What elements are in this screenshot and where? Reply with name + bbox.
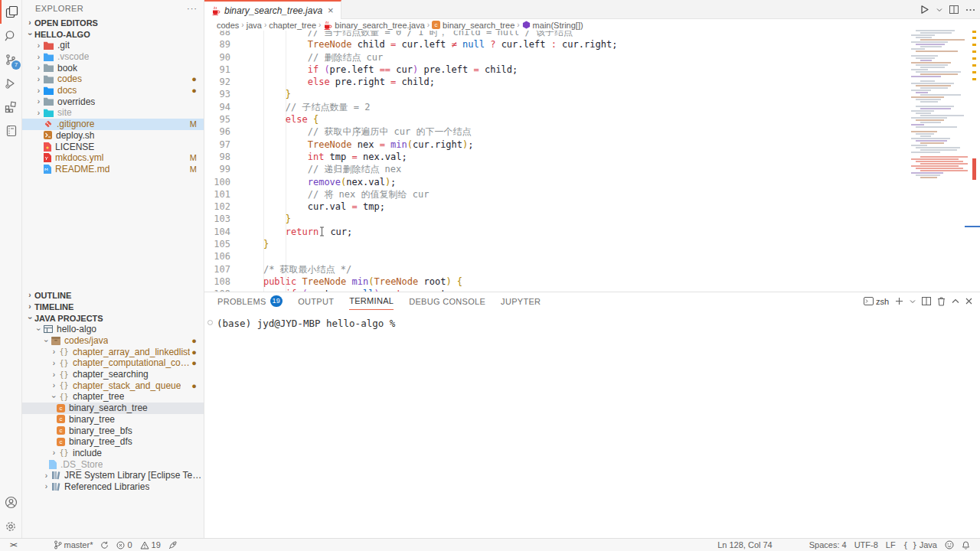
file-tree-item-site[interactable]: ›site bbox=[22, 107, 204, 119]
panel-tab-output[interactable]: OUTPUT bbox=[298, 292, 334, 310]
file-tree-item-deploy.sh[interactable]: deploy.sh bbox=[22, 130, 204, 142]
section-header-open-editors[interactable]: ›OPEN EDITORS bbox=[22, 17, 204, 28]
file-tree-item-.gitignore[interactable]: .gitignoreM bbox=[22, 119, 204, 130]
activity-bar-item-source-control[interactable]: 7 bbox=[0, 47, 21, 71]
code-line-101[interactable]: 101 // 将 nex 的值复制给 cur bbox=[204, 188, 910, 201]
section-header-timeline[interactable]: ›TIMELINE bbox=[22, 301, 204, 312]
split-editor-button[interactable] bbox=[949, 5, 959, 14]
section-header-java-projects[interactable]: ›JAVA PROJECTS bbox=[22, 312, 204, 324]
activity-bar-item-run-debug[interactable] bbox=[0, 71, 21, 95]
panel-tab-problems[interactable]: PROBLEMS19 bbox=[217, 292, 283, 310]
file-tree-item-codes[interactable]: ›codes● bbox=[22, 73, 204, 85]
code-line-90[interactable]: 90 // 删除结点 cur bbox=[204, 51, 910, 64]
code-line-98[interactable]: 98 int tmp = nex.val; bbox=[204, 151, 910, 163]
java-project-item-codes_java[interactable]: ›codes/java● bbox=[22, 335, 204, 347]
breadcrumb-item-main_String_[interactable]: main(String[]) bbox=[522, 21, 583, 30]
status-java-mode[interactable] bbox=[165, 539, 181, 551]
tab-close-icon[interactable]: × bbox=[328, 5, 334, 16]
java-project-item-chapter_array_and_linkedlist[interactable]: ›{}chapter_array_and_linkedlist● bbox=[22, 346, 204, 357]
file-tree-item-overrides[interactable]: ›overrides bbox=[22, 96, 204, 107]
java-project-item-chapter_tree[interactable]: ›{}chapter_tree bbox=[22, 391, 204, 403]
code-line-92[interactable]: 92 else pre.right = child; bbox=[204, 76, 910, 88]
java-project-item-binary_search_tree[interactable]: cbinary_search_tree bbox=[22, 403, 204, 414]
java-project-item-.DS_Store[interactable]: .DS_Store bbox=[22, 458, 204, 470]
java-project-item-binary_tree_dfs[interactable]: cbinary_tree_dfs bbox=[22, 436, 204, 448]
status-encoding[interactable]: UTF-8 bbox=[851, 539, 882, 551]
status-warnings[interactable]: 19 bbox=[136, 539, 165, 551]
editor-tab-binary_search_tree.java[interactable]: binary_search_tree.java× bbox=[204, 0, 341, 19]
java-project-item-JRE_System_Library_Eclipse_Temurin_17_17...[interactable]: ›JRE System Library [Eclipse Temurin 17 … bbox=[22, 470, 204, 481]
code-line-91[interactable]: 91 if (pre.left == cur) pre.left = child… bbox=[204, 64, 910, 76]
section-header-hello-algo[interactable]: ›HELLO-ALGO bbox=[22, 28, 204, 40]
views-and-more-actions-button[interactable]: ··· bbox=[187, 4, 198, 13]
terminal-launch-dropdown[interactable] bbox=[910, 299, 916, 304]
breadcrumb-item-java[interactable]: java bbox=[247, 21, 262, 30]
breadcrumb-item-binary_search_tree[interactable]: cbinary_search_tree bbox=[432, 21, 514, 30]
activity-bar-item-settings[interactable] bbox=[0, 514, 21, 538]
file-tree-item-book[interactable]: ›book bbox=[22, 62, 204, 73]
status-notifications[interactable] bbox=[958, 539, 974, 551]
code-line-105[interactable]: 105 } bbox=[204, 238, 910, 250]
file-tree-item-mkdocs.yml[interactable]: mkdocs.ymlM bbox=[22, 152, 204, 164]
code-line-89[interactable]: 89 TreeNode child = cur.left ≠ null ? cu… bbox=[204, 38, 910, 51]
status-feedback[interactable] bbox=[941, 539, 958, 551]
activity-bar-item-search[interactable] bbox=[0, 24, 21, 47]
activity-bar-item-accounts[interactable] bbox=[0, 491, 21, 514]
code-line-100[interactable]: 100 remove(nex.val); bbox=[204, 176, 910, 188]
breadcrumb-item-chapter_tree[interactable]: chapter_tree bbox=[269, 21, 316, 30]
java-project-item-binary_tree_bfs[interactable]: cbinary_tree_bfs bbox=[22, 425, 204, 436]
status-cursor-position[interactable]: Ln 128, Col 74 bbox=[714, 539, 776, 551]
breadcrumb-item-codes[interactable]: codes bbox=[217, 21, 239, 30]
java-project-item-hello-algo[interactable]: ›hello-algo bbox=[22, 324, 204, 335]
code-line-104[interactable]: 104 return cur; bbox=[204, 226, 910, 238]
java-project-item-chapter_computational_complexity[interactable]: ›{}chapter_computational_complexity● bbox=[22, 357, 204, 369]
activity-bar-item-notebook[interactable] bbox=[0, 119, 21, 142]
code-line-102[interactable]: 102 cur.val = tmp; bbox=[204, 201, 910, 213]
file-tree-item-LICENSE[interactable]: LICENSE bbox=[22, 141, 204, 152]
code-line-108[interactable]: 108 public TreeNode min(TreeNode root) { bbox=[204, 276, 910, 288]
code-line-88[interactable]: 88 // 当子结点数量 = 0 / 1 时， child = null / 该… bbox=[204, 31, 910, 38]
new-terminal-button[interactable] bbox=[895, 297, 903, 305]
activity-bar-item-extensions[interactable] bbox=[0, 95, 21, 119]
breadcrumb-item-binary_search_tree.java[interactable]: binary_search_tree.java bbox=[323, 21, 424, 30]
java-project-item-chapter_searching[interactable]: ›{}chapter_searching bbox=[22, 369, 204, 380]
more-actions-button[interactable] bbox=[965, 8, 975, 11]
terminal-profile[interactable]: zsh bbox=[864, 297, 889, 306]
code-line-96[interactable]: 96 // 获取中序遍历中 cur 的下一个结点 bbox=[204, 126, 910, 138]
code-line-106[interactable]: 106 bbox=[204, 250, 910, 262]
code-line-94[interactable]: 94 // 子结点数量 = 2 bbox=[204, 101, 910, 113]
status-indentation[interactable]: Spaces: 4 bbox=[805, 539, 851, 551]
code-line-93[interactable]: 93 } bbox=[204, 88, 910, 100]
overview-ruler[interactable] bbox=[969, 21, 980, 292]
status-language-mode[interactable]: { }Java bbox=[900, 539, 941, 551]
panel-tab-terminal[interactable]: TERMINAL bbox=[349, 292, 394, 310]
run-dropdown[interactable] bbox=[936, 8, 942, 12]
panel-tab-debug-console[interactable]: DEBUG CONSOLE bbox=[409, 292, 485, 310]
status-eol[interactable]: LF bbox=[882, 539, 900, 551]
java-project-item-Referenced_Libraries[interactable]: ›Referenced Libraries bbox=[22, 481, 204, 493]
code-line-103[interactable]: 103 } bbox=[204, 213, 910, 225]
code-line-99[interactable]: 99 // 递归删除结点 nex bbox=[204, 163, 910, 175]
run-button[interactable] bbox=[920, 5, 929, 15]
split-terminal-button[interactable] bbox=[922, 297, 931, 305]
close-panel-button[interactable] bbox=[965, 298, 972, 305]
status-sync[interactable] bbox=[96, 539, 113, 551]
status-remote[interactable]: >< bbox=[6, 539, 21, 551]
section-header-outline[interactable]: ›OUTLINE bbox=[22, 289, 204, 301]
code-line-107[interactable]: 107 /* 获取最小结点 */ bbox=[204, 263, 910, 276]
maximize-panel-button[interactable] bbox=[952, 298, 959, 304]
activity-bar-item-explorer[interactable] bbox=[0, 0, 21, 24]
java-project-item-include[interactable]: ›{}include bbox=[22, 448, 204, 459]
java-project-item-chapter_stack_and_queue[interactable]: ›{}chapter_stack_and_queue● bbox=[22, 380, 204, 391]
file-tree-item-.git[interactable]: ›.git bbox=[22, 40, 204, 51]
code-editor[interactable]: 88 // 当子结点数量 = 0 / 1 时， child = null / 该… bbox=[204, 31, 910, 292]
file-tree-item-docs[interactable]: ›docs● bbox=[22, 85, 204, 96]
file-tree-item-.vscode[interactable]: ›.vscode bbox=[22, 51, 204, 63]
kill-terminal-button[interactable] bbox=[937, 297, 946, 306]
java-project-item-binary_tree[interactable]: cbinary_tree bbox=[22, 414, 204, 425]
terminal[interactable]: (base) jyd@JYD-MBP hello-algo % bbox=[204, 310, 980, 329]
panel-tab-jupyter[interactable]: JUPYTER bbox=[501, 292, 541, 310]
status-branch[interactable]: master* bbox=[50, 539, 97, 551]
status-errors[interactable]: 0 bbox=[113, 539, 136, 551]
file-tree-item-README.md[interactable]: README.mdM bbox=[22, 164, 204, 175]
